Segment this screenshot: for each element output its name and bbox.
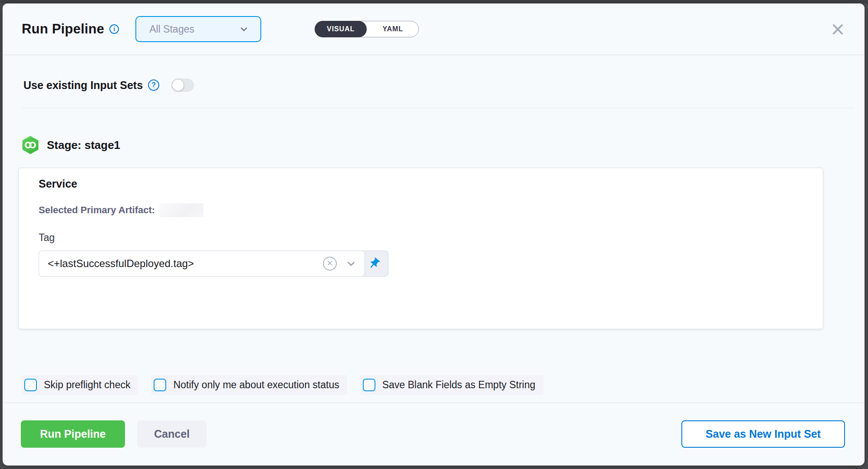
- info-icon[interactable]: i: [109, 24, 119, 34]
- service-card-title: Service: [39, 178, 823, 190]
- tag-input-field: ×: [39, 251, 365, 277]
- notify-only-me-checkbox[interactable]: [154, 379, 166, 391]
- clear-icon[interactable]: ×: [323, 257, 337, 271]
- info-icon-glyph: i: [113, 26, 115, 33]
- skip-preflight-checkbox[interactable]: [24, 379, 37, 391]
- save-as-new-input-set-button[interactable]: Save as New Input Set: [681, 420, 845, 448]
- help-icon[interactable]: ?: [148, 79, 159, 91]
- deploy-stage-icon: [22, 136, 39, 154]
- skip-preflight-label: Skip preflight check: [44, 379, 130, 391]
- modal-header: Run Pipeline i All Stages VISUAL YAML ×: [3, 3, 865, 55]
- execution-options-row: Skip preflight check Notify only me abou…: [22, 375, 865, 395]
- option-save-blank-fields: Save Blank Fields as Empty String: [360, 375, 543, 395]
- input-sets-toggle[interactable]: [171, 79, 194, 92]
- artifact-name-redacted: [159, 203, 204, 217]
- option-notify-only-me: Notify only me about execution status: [151, 375, 347, 395]
- tab-visual[interactable]: VISUAL: [315, 21, 367, 37]
- save-blank-fields-label: Save Blank Fields as Empty String: [382, 379, 536, 391]
- tag-input[interactable]: [48, 258, 323, 270]
- stage-row: Stage: stage1: [22, 136, 865, 154]
- tab-yaml[interactable]: YAML: [367, 21, 419, 37]
- run-pipeline-modal: Run Pipeline i All Stages VISUAL YAML × …: [3, 3, 865, 466]
- notify-only-me-label: Notify only me about execution status: [173, 379, 339, 391]
- section-divider: [22, 108, 854, 108]
- cancel-button[interactable]: Cancel: [137, 420, 207, 448]
- chevron-down-icon: [239, 24, 249, 34]
- selected-artifact-row: Selected Primary Artifact:: [39, 203, 823, 217]
- pin-icon[interactable]: [366, 256, 382, 271]
- use-existing-input-sets-label: Use existing Input Sets: [23, 79, 143, 92]
- option-skip-preflight: Skip preflight check: [22, 375, 138, 395]
- help-icon-glyph: ?: [151, 81, 156, 89]
- modal-body: Use existing Input Sets ?: [3, 55, 865, 466]
- clear-icon-glyph: ×: [327, 258, 333, 268]
- stage-name-label: Stage: stage1: [47, 139, 120, 152]
- visual-yaml-toggle: VISUAL YAML: [315, 21, 419, 37]
- use-existing-input-sets-row: Use existing Input Sets ?: [23, 73, 865, 98]
- modal-footer: Run Pipeline Cancel Save as New Input Se…: [3, 403, 865, 448]
- run-pipeline-button[interactable]: Run Pipeline: [21, 420, 125, 448]
- stage-selector-value: All Stages: [149, 23, 230, 35]
- tag-field-label: Tag: [39, 232, 823, 244]
- input-sets-toggle-knob: [172, 79, 184, 91]
- tag-input-group: ×: [39, 251, 388, 277]
- stage-selector-dropdown[interactable]: All Stages: [135, 16, 261, 42]
- backdrop-top-strip: [0, 0, 868, 3]
- tag-chevron-down-icon[interactable]: [345, 258, 357, 269]
- close-icon[interactable]: ×: [824, 20, 852, 38]
- page-title: Run Pipeline: [22, 21, 104, 37]
- save-blank-fields-checkbox[interactable]: [363, 379, 375, 391]
- service-card: Service Selected Primary Artifact: Tag: [18, 168, 823, 329]
- selected-artifact-label: Selected Primary Artifact:: [39, 205, 155, 216]
